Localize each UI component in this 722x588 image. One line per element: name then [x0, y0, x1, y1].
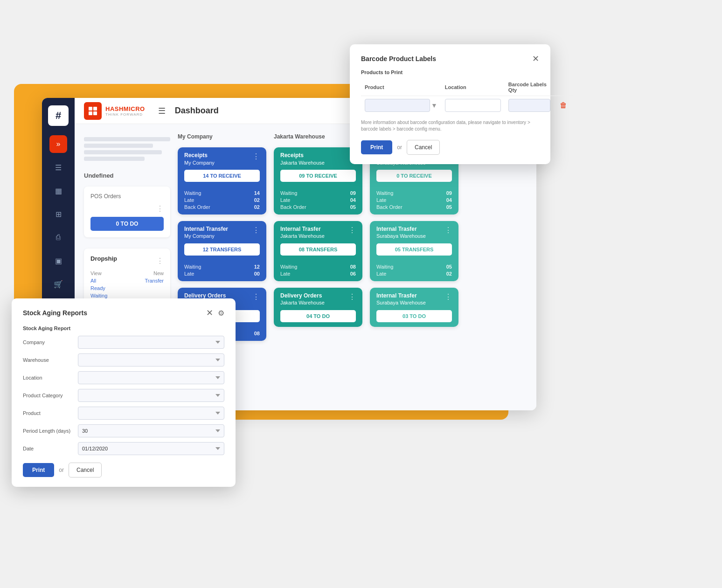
- barcode-modal-close-button[interactable]: ✕: [532, 54, 539, 64]
- barcode-delete-button[interactable]: 🗑: [558, 101, 569, 110]
- internal-transfer-jakarta-card: Internal Trasfer Jakarta Warehouse ⋮ 08 …: [274, 221, 362, 281]
- period-length-select[interactable]: 30: [78, 424, 224, 437]
- brand-logo: [84, 102, 102, 120]
- dropship-transfer-link[interactable]: Transfer: [145, 278, 164, 284]
- stock-modal-close-button[interactable]: ✕: [206, 308, 213, 318]
- delivery-orders-jakarta-card: Delivery Orders Jakarta Warehouse ⋮ 04 T…: [274, 288, 362, 327]
- barcode-products-table: Product Location Barcode Labels Qty ▼: [361, 79, 573, 115]
- stock-modal-cancel-button[interactable]: Cancel: [69, 463, 102, 477]
- late-value-2: 00: [254, 271, 260, 277]
- dropship-waiting-link[interactable]: Waiting: [90, 293, 107, 298]
- date-select[interactable]: 01/12/2020: [78, 442, 224, 455]
- receipts-my-company-subtitle: My Company: [184, 159, 215, 166]
- barcode-table-header-row: Product Location Barcode Labels Qty: [361, 79, 573, 96]
- product-select[interactable]: [78, 407, 224, 420]
- delivery-orders-jakarta-btn[interactable]: 04 TO DO: [280, 310, 356, 322]
- sidebar-icon-cart[interactable]: 🛒: [49, 275, 67, 293]
- internal-transfer-my-company-btn[interactable]: 12 TRANSFERS: [184, 243, 260, 256]
- receipts-jakarta-subtitle: Jakarta Warehouse: [280, 159, 325, 166]
- barcode-modal: Barcode Product Labels ✕ Products to Pri…: [350, 44, 550, 164]
- brand: HASHMICRO THINK FORWARD: [84, 102, 145, 120]
- sidebar-icon-chart[interactable]: ▦: [49, 182, 67, 200]
- pos-orders-menu[interactable]: ⋮: [156, 204, 164, 213]
- dropship-ready-row: Ready: [90, 285, 164, 291]
- delivery-orders-my-company-menu[interactable]: ⋮: [252, 292, 260, 301]
- barcode-col-product: Product: [361, 79, 441, 96]
- internal-transfer-my-company-title: Internal Transfer: [184, 226, 228, 233]
- logo-hash-symbol: #: [56, 110, 61, 122]
- period-length-field-group: Period Length (days) 30: [23, 424, 224, 437]
- receipts-jakarta-btn[interactable]: 09 TO RECEIVE: [280, 170, 356, 182]
- late-value-jt: 06: [350, 271, 356, 277]
- barcode-product-dropdown-icon[interactable]: ▼: [431, 102, 437, 109]
- receipts-jakarta-title-block: Receipts Jakarta Warehouse: [280, 152, 325, 166]
- delivery-orders-jakarta-header: Delivery Orders Jakarta Warehouse ⋮: [274, 288, 362, 310]
- internal-transfer-surabaya-card: Internal Trasfer Surabaya Warehouse ⋮ 05…: [370, 221, 458, 281]
- internal-transfer-surabaya-title-block: Internal Trasfer Surabaya Warehouse: [376, 226, 426, 240]
- backorder-label-s: Back Order: [376, 204, 403, 210]
- barcode-modal-footer: Print or Cancel: [361, 140, 539, 155]
- receipts-jakarta-title: Receipts: [280, 152, 325, 159]
- sidebar-icon-arrow[interactable]: »: [49, 135, 67, 153]
- receipts-surabaya-backorder: Back Order 05: [376, 204, 452, 210]
- barcode-qty-input[interactable]: [508, 99, 550, 112]
- sidebar-icon-data[interactable]: ⊞: [49, 205, 67, 223]
- internal-transfer2-surabaya-menu[interactable]: ⋮: [444, 292, 452, 301]
- company-label: Company: [23, 339, 74, 345]
- waiting-value-jt: 08: [350, 264, 356, 270]
- sidebar-icon-list[interactable]: ☰: [49, 159, 67, 176]
- page-title: Dashboard: [175, 106, 219, 116]
- backorder-value-s: 05: [446, 204, 452, 210]
- dropship-all-link[interactable]: All: [90, 278, 96, 284]
- stock-modal-gear-button[interactable]: ⚙: [218, 309, 224, 318]
- nav-line-4: [84, 157, 145, 161]
- dropship-menu[interactable]: ⋮: [156, 256, 164, 265]
- product-label: Product: [23, 410, 74, 416]
- stock-modal-footer: Print or Cancel: [23, 463, 224, 477]
- barcode-col-action: [554, 79, 573, 96]
- delivery-orders-jakarta-menu[interactable]: ⋮: [348, 292, 356, 301]
- waiting-value-2: 12: [254, 264, 260, 270]
- receipts-my-company-btn[interactable]: 14 TO RECEIVE: [184, 170, 260, 182]
- barcode-delete-cell: 🗑: [554, 96, 573, 115]
- receipts-my-company-menu[interactable]: ⋮: [252, 152, 260, 161]
- product-category-select[interactable]: [78, 389, 224, 402]
- barcode-product-input[interactable]: [365, 99, 430, 112]
- internal-transfer-my-company-late: Late 00: [184, 271, 260, 277]
- stock-modal-print-button[interactable]: Print: [23, 463, 54, 477]
- sidebar-icon-print[interactable]: ⎙: [49, 228, 67, 246]
- internal-transfer2-surabaya-btn[interactable]: 03 TO DO: [376, 310, 452, 322]
- internal-transfer-surabaya-stats: Waiting 05 Late 02: [370, 260, 458, 281]
- internal-transfer-jakarta-menu[interactable]: ⋮: [348, 226, 356, 235]
- dropship-ready-link[interactable]: Ready: [90, 285, 105, 291]
- sidebar-icon-monitor[interactable]: ▣: [49, 252, 67, 270]
- sidebar-logo: #: [48, 105, 69, 126]
- delivery-orders-jakarta-title: Delivery Orders: [280, 292, 325, 300]
- receipts-my-company-card: Receipts My Company ⋮ 14 TO RECEIVE Wait…: [178, 147, 266, 214]
- late-label: Late: [184, 197, 194, 203]
- internal-transfer-jakarta-late: Late 06: [280, 271, 356, 277]
- internal-transfer-surabaya-menu[interactable]: ⋮: [444, 226, 452, 235]
- receipts-surabaya-btn[interactable]: 0 TO RECEIVE: [376, 170, 452, 182]
- hamburger-icon[interactable]: ☰: [158, 106, 166, 116]
- internal-transfer-my-company-menu[interactable]: ⋮: [252, 226, 260, 235]
- internal-transfer-surabaya-header: Internal Trasfer Surabaya Warehouse ⋮: [370, 221, 458, 243]
- barcode-location-input[interactable]: [445, 99, 501, 112]
- location-select[interactable]: [78, 371, 224, 384]
- location-field-group: Location: [23, 371, 224, 384]
- barcode-modal-print-button[interactable]: Print: [361, 140, 392, 154]
- barcode-modal-cancel-button[interactable]: Cancel: [407, 140, 440, 155]
- internal-transfer-surabaya-btn[interactable]: 05 TRANSFERS: [376, 243, 452, 256]
- svg-rect-3: [93, 111, 97, 115]
- internal-transfer-jakarta-btn[interactable]: 08 TRANSFERS: [280, 243, 356, 256]
- jakarta-label: Jakarta Warehouse: [274, 133, 362, 140]
- pos-orders-todo-button[interactable]: 0 TO DO: [90, 217, 164, 231]
- warehouse-select[interactable]: [78, 353, 224, 367]
- barcode-modal-title: Barcode Product Labels: [361, 55, 436, 62]
- pos-orders-card: POS Orders ⋮ 0 TO DO: [84, 187, 170, 237]
- late-value-s: 04: [446, 197, 452, 203]
- company-select[interactable]: [78, 336, 224, 349]
- delivery-orders-jakarta-title-block: Delivery Orders Jakarta Warehouse: [280, 292, 325, 306]
- receipts-surabaya-stats: Waiting 09 Late 04 Back Order 05: [370, 187, 458, 214]
- waiting-label-s: Waiting: [376, 190, 393, 196]
